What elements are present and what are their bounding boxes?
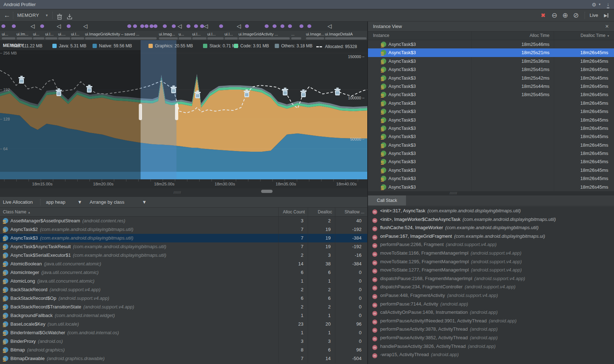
arrange-select[interactable]: Arrange by class: [90, 197, 124, 208]
zoom-in-button[interactable]: ⊕: [562, 9, 568, 22]
table-row[interactable]: BackStackRecord$TransitionState(android.…: [0, 303, 367, 311]
table-row[interactable]: AtomicInteger(java.util.concurrent.atomi…: [0, 268, 367, 277]
instance-row[interactable]: AsyncTask$318m25s42ms18m26s45ms: [368, 74, 614, 82]
instance-row[interactable]: AsyncTask$318m26s45ms: [368, 107, 614, 115]
activity-event-dot[interactable]: [145, 24, 148, 28]
activity-event-dot[interactable]: [133, 24, 137, 28]
back-button[interactable]: ←: [4, 9, 10, 22]
instance-row[interactable]: AsyncTask$318m26s45ms: [368, 124, 614, 132]
activity-timeline[interactable]: ui...ui.Im...ui...ui.l...ui....ui.l...ui…: [0, 31, 367, 40]
table-row[interactable]: AssetManager$AssetInputStream(android.co…: [0, 217, 367, 225]
trash-icon[interactable]: [57, 12, 62, 19]
live-button[interactable]: Live: [590, 9, 598, 22]
activity-event-dot[interactable]: [307, 24, 311, 28]
chevron-down-icon[interactable]: ▼: [598, 0, 601, 9]
close-session-button[interactable]: ✖: [541, 9, 545, 22]
activity-event-dot[interactable]: [186, 24, 190, 28]
splitter-grip[interactable]: //////: [174, 191, 181, 194]
stack-frame[interactable]: monPause:448, FragmentActivity(android.s…: [368, 291, 614, 300]
table-row[interactable]: AsyncTask$SerialExecutor$1(com.example.a…: [0, 251, 367, 260]
instance-row[interactable]: AsyncTask$318m25s46ms: [368, 40, 614, 48]
activity-event-dot[interactable]: [280, 24, 284, 28]
activity-event-dot[interactable]: [154, 24, 157, 28]
activity-event-dot[interactable]: [299, 24, 303, 28]
column-alloc-time[interactable]: Alloc Time: [471, 32, 554, 40]
column-alloc-count[interactable]: Alloc Count: [278, 208, 308, 216]
gear-icon[interactable]: ⚙: [592, 0, 596, 9]
timeline-scrollbar[interactable]: //////: [0, 188, 367, 197]
stack-frame[interactable]: mperformPauseActivity:3878, ActivityThre…: [368, 325, 614, 334]
table-row[interactable]: BaseLocale$Key(sun.util.locale)232096: [0, 320, 367, 328]
activity-event-dot[interactable]: [273, 24, 277, 28]
zoom-reset-button[interactable]: ⊘: [573, 9, 579, 22]
instance-row[interactable]: AsyncTask$318m25s44ms18m26s45ms: [368, 82, 614, 90]
stack-frame[interactable]: mmoveToState:1277, FragmentManagerImpl(a…: [368, 266, 614, 274]
back-event-icon[interactable]: ◁: [178, 22, 182, 30]
instance-row[interactable]: AsyncTask$318m26s45ms: [368, 157, 614, 166]
heap-select[interactable]: app heap: [46, 197, 65, 208]
skip-to-live-icon[interactable]: ▶: [604, 9, 608, 22]
table-row[interactable]: BitmapDrawable(android.graphics.drawable…: [0, 354, 367, 363]
table-row[interactable]: AtomicBoolean(java.util.concurrent.atomi…: [0, 260, 367, 268]
activity-event-dot[interactable]: [245, 24, 249, 28]
stack-frame[interactable]: mperformPauseActivity:3852, ActivityThre…: [368, 334, 614, 342]
activity-event-dot[interactable]: [265, 24, 269, 28]
activity-event-dot[interactable]: [1, 24, 5, 28]
table-row[interactable]: BackStackRecord(android.support.v4.app)2…: [0, 285, 367, 294]
back-event-icon[interactable]: ◁: [57, 22, 61, 30]
stack-frame[interactable]: mmoveToState:1295, FragmentManagerImpl(a…: [368, 257, 614, 266]
export-icon[interactable]: [67, 12, 72, 19]
table-row[interactable]: AtomicLong(java.util.concurrent.atomic)1…: [0, 277, 367, 285]
activity-event-dot[interactable]: [194, 24, 198, 28]
memory-chart[interactable]: MEMORY Total: 111.22 MBJava: 5.31 MBNati…: [0, 40, 367, 188]
stack-frame[interactable]: mperformPause:7144, Activity(android.app…: [368, 300, 614, 308]
stack-frame[interactable]: mperformPause:2266, Fragment(android.sup…: [368, 240, 614, 249]
activity-event-dot[interactable]: [127, 24, 131, 28]
scrollbar-thumb[interactable]: [261, 190, 273, 193]
instance-row[interactable]: AsyncTask$318m25s36ms18m26s45ms: [368, 57, 614, 65]
table-row[interactable]: BinderProxy(android.os)330: [0, 337, 367, 346]
activity-event-dot[interactable]: [150, 24, 154, 28]
gc-event-icon[interactable]: [282, 88, 288, 96]
selection-handle-right[interactable]: [175, 104, 178, 120]
table-row[interactable]: AsyncTask$2(com.example.android.displayi…: [0, 225, 367, 234]
horizontal-splitter[interactable]: //////: [368, 191, 614, 195]
back-event-icon[interactable]: ◁: [327, 22, 332, 30]
arrange-dropdown-icon[interactable]: ▼: [142, 197, 147, 208]
session-dropdown-icon[interactable]: ▼: [45, 9, 48, 22]
stack-frame[interactable]: mperformPauseActivityIfNeeded:3901, Acti…: [368, 317, 614, 325]
stack-frame[interactable]: m-wrap15, ActivityThread(android.app): [368, 350, 614, 359]
memory-area-chart[interactable]: [0, 40, 367, 188]
back-event-icon[interactable]: ◁: [30, 22, 35, 30]
instance-row[interactable]: AsyncTask$318m26s45ms: [368, 132, 614, 141]
table-row[interactable]: BackStackRecord$Op(android.support.v4.ap…: [0, 294, 367, 303]
column-dealloc-count[interactable]: Dealloc C...: [308, 208, 335, 216]
instance-row[interactable]: AsyncTask$318m26s45ms: [368, 141, 614, 149]
activity-event-dot[interactable]: [163, 24, 167, 28]
column-class-name[interactable]: Class Name▲: [0, 208, 278, 216]
instance-row[interactable]: AsyncTask$318m26s45ms: [368, 166, 614, 174]
back-event-icon[interactable]: ◁: [237, 22, 241, 30]
stack-frame[interactable]: mdispatchPause:234, FragmentController(a…: [368, 283, 614, 291]
activity-event-dot[interactable]: [219, 24, 223, 28]
activity-event-dot[interactable]: [40, 24, 44, 28]
event-timeline[interactable]: ◁◁◁◁◁◁◁: [0, 22, 367, 31]
instance-row[interactable]: AsyncTask$318m26s45ms: [368, 99, 614, 107]
table-row[interactable]: BinderInternal$GcWatcher(com.android.int…: [0, 328, 367, 337]
instance-row[interactable]: AsyncTask$318m25s45ms18m26s45ms: [368, 90, 614, 99]
splitter-grip[interactable]: //////: [450, 192, 457, 195]
session-selector[interactable]: MEMORY: [17, 9, 39, 22]
stack-frame[interactable]: mcallActivityOnPause:1408, Instrumentati…: [368, 308, 614, 317]
activity-event-dot[interactable]: [67, 24, 71, 28]
table-row[interactable]: AsyncTask$3(com.example.android.displayi…: [0, 234, 367, 242]
table-row[interactable]: Bitmap(android.graphics)8696: [0, 346, 367, 354]
selection-handle-left[interactable]: [139, 104, 142, 120]
tab-call-stack[interactable]: Call Stack: [368, 195, 406, 205]
activity-event-dot[interactable]: [172, 24, 176, 28]
instance-row[interactable]: AsyncTask$318m26s45ms: [368, 183, 614, 191]
stack-frame[interactable]: m<init>, ImageWorker$CacheAsyncTask(com.…: [368, 215, 614, 224]
instance-row[interactable]: AsyncTask$318m25s41ms18m26s45ms: [368, 65, 614, 74]
stack-frame[interactable]: mhandlePauseActivity:3826, ActivityThrea…: [368, 342, 614, 351]
instance-row[interactable]: AsyncTask$318m26s45ms: [368, 149, 614, 157]
activity-event-dot[interactable]: [140, 24, 144, 28]
